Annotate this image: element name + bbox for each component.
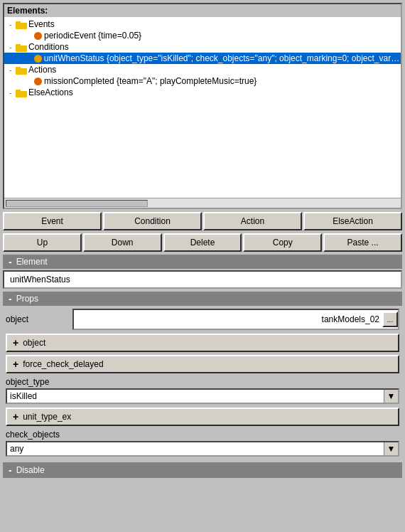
tree-label-conditions: Conditions — [28, 42, 69, 52]
props-section: - Element unitWhenStatus - Props object … — [3, 255, 402, 529]
delete-button[interactable]: Delete — [163, 233, 242, 252]
paste-button[interactable]: Paste ... — [323, 233, 402, 252]
dot-unitwhen — [34, 55, 42, 63]
condition-button[interactable]: Condition — [103, 212, 202, 230]
tree-label-mission: missionCompleted {team="A"; playComplete… — [44, 76, 256, 86]
toolbar-row2: Up Down Delete Copy Paste ... — [3, 233, 402, 252]
object-row: object tankModels_02 ... — [3, 307, 402, 331]
tree-item-actions[interactable]: - Actions — [4, 64, 401, 75]
element-collapse-btn[interactable]: - — [9, 257, 12, 267]
props-header-title: Props — [16, 294, 38, 304]
svg-rect-5 — [16, 67, 21, 70]
copy-button[interactable]: Copy — [243, 233, 322, 252]
props-header: - Props — [3, 292, 402, 306]
folder-icon-events — [16, 20, 27, 29]
tree-item-events[interactable]: - Events — [4, 18, 401, 30]
expander-elseactions: - — [6, 89, 16, 97]
tree-label-periodic: periodicEvent {time=0.05} — [44, 31, 141, 41]
tree-item-unitwhen[interactable]: unitWhenStatus {object_type="isKilled"; … — [4, 53, 401, 64]
object-value-box: tankModels_02 ... — [72, 309, 399, 330]
up-button[interactable]: Up — [3, 233, 82, 252]
tree-item-elseactions[interactable]: - ElseActions — [4, 87, 401, 98]
action-button[interactable]: Action — [203, 212, 302, 230]
object-type-label: object_type — [6, 377, 399, 387]
dot-periodic — [34, 32, 42, 40]
add-force-row[interactable]: + force_check_delayed — [6, 355, 399, 373]
tree-item-mission[interactable]: missionCompleted {team="A"; playComplete… — [4, 75, 401, 87]
tree-h-scroll[interactable] — [6, 200, 148, 207]
svg-rect-3 — [16, 44, 21, 47]
disable-collapse-btn[interactable]: - — [9, 465, 12, 475]
element-name-box: unitWhenStatus — [3, 270, 402, 289]
add-unit-plus: + — [13, 411, 18, 422]
tree-label-actions: Actions — [28, 65, 56, 75]
dot-mission — [34, 78, 42, 85]
tree-label-events: Events — [28, 19, 55, 29]
expander-actions: - — [6, 66, 16, 74]
check-objects-label: check_objects — [6, 430, 399, 440]
else-action-button[interactable]: ElseAction — [303, 212, 402, 230]
element-header-title: Element — [16, 257, 48, 267]
disable-title: Disable — [16, 465, 45, 475]
check-objects-row: check_objects any ▼ — [3, 428, 402, 458]
tree-label-elseactions: ElseActions — [28, 87, 73, 97]
expander-events: - — [6, 21, 16, 28]
props-collapse-btn[interactable]: - — [9, 294, 12, 304]
svg-rect-7 — [16, 90, 21, 92]
tree-item-conditions[interactable]: - Conditions — [4, 41, 401, 53]
folder-icon-elseactions — [16, 88, 27, 97]
expander-conditions: - — [6, 43, 16, 51]
add-force-plus: + — [13, 358, 18, 370]
tree-item-periodic[interactable]: periodicEvent {time=0.05} — [4, 30, 401, 41]
object-value: tankModels_02 — [78, 314, 382, 324]
tree-scrollbar-area[interactable] — [4, 198, 401, 208]
object-type-row: object_type isKilled ▼ — [3, 376, 402, 405]
tree-section: Elements: - Events periodicEvent {time=0… — [3, 3, 402, 209]
add-unit-type-row[interactable]: + unit_type_ex — [6, 408, 399, 426]
folder-icon-actions — [16, 65, 27, 75]
down-button[interactable]: Down — [83, 233, 162, 252]
add-force-label: force_check_delayed — [23, 359, 103, 369]
tree-label-unitwhen: unitWhenStatus {object_type="isKilled"; … — [44, 53, 401, 63]
element-name: unitWhenStatus — [10, 275, 70, 284]
add-unit-label: unit_type_ex — [23, 412, 71, 422]
element-header: - Element — [3, 255, 402, 269]
object-browse-btn[interactable]: ... — [382, 312, 398, 327]
main-container: Elements: - Events periodicEvent {time=0… — [0, 0, 405, 532]
disable-bar: - Disable — [3, 462, 402, 478]
check-objects-select[interactable]: any — [7, 442, 398, 455]
add-object-plus: + — [13, 337, 18, 349]
object-type-select[interactable]: isKilled — [7, 390, 398, 403]
add-object-label: object — [23, 338, 45, 348]
event-button[interactable]: Event — [3, 212, 102, 230]
elements-label: Elements: — [4, 4, 401, 17]
tree-content[interactable]: - Events periodicEvent {time=0.05} - — [4, 17, 401, 198]
svg-rect-1 — [16, 21, 21, 24]
toolbar-row1: Event Condition Action ElseAction — [3, 212, 402, 230]
object-label: object — [6, 314, 70, 324]
folder-icon-conditions — [16, 43, 27, 52]
add-object-row[interactable]: + object — [6, 334, 399, 352]
